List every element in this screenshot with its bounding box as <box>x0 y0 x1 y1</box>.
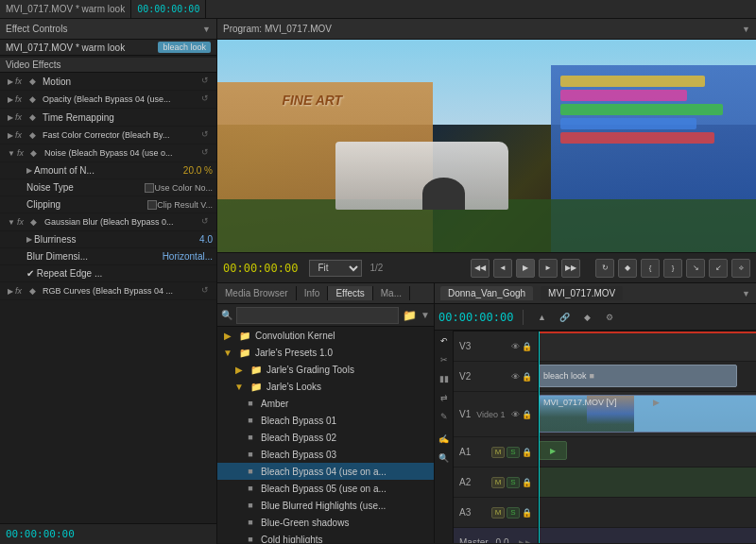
expand-icon[interactable]: ▼ <box>8 149 15 158</box>
effect-motion[interactable]: ▶ fx ◆ Motion ↺ <box>0 73 216 91</box>
video-clip-v1[interactable]: MVI_0717.MOV [V] ▶ <box>539 395 756 433</box>
razor-tool[interactable]: ✂ <box>436 351 453 368</box>
v3-lock[interactable]: 🔒 <box>522 342 532 351</box>
marker-btn2[interactable]: ◆ <box>578 309 595 326</box>
preset-bleach03[interactable]: ■ Bleach Bypass 03 <box>217 446 434 463</box>
step-back-btn[interactable]: ◄ <box>493 259 512 278</box>
a2-lock[interactable]: 🔒 <box>522 478 532 487</box>
link-btn[interactable]: 🔗 <box>556 309 573 326</box>
zoom-tool[interactable]: 🔍 <box>436 450 453 467</box>
hand-tool[interactable]: ✍ <box>436 431 453 448</box>
timeline-menu[interactable]: ▼ <box>742 289 750 298</box>
expand-icon[interactable]: ▶ <box>8 287 13 296</box>
preset-bleach02[interactable]: ■ Bleach Bypass 02 <box>217 429 434 446</box>
new-folder-icon[interactable]: 📁 <box>403 309 417 322</box>
reset-icon[interactable]: ↺ <box>201 285 213 297</box>
preset-cold-highlights[interactable]: ■ Cold highlights <box>217 531 434 543</box>
tab-effects[interactable]: Effects <box>328 286 372 300</box>
checkbox-clip[interactable] <box>147 200 157 210</box>
a1-lock[interactable]: 🔒 <box>522 448 532 457</box>
export-btn[interactable]: ⎆ <box>731 259 750 278</box>
a3-solo[interactable]: S <box>507 507 520 518</box>
monitor-menu[interactable]: ▼ <box>742 25 750 34</box>
folder-jarles-looks[interactable]: ▼ 📁 Jarle's Looks <box>217 378 434 395</box>
tab-markers[interactable]: Ma... <box>373 286 410 300</box>
bleach-look-clip[interactable]: bleach look ■ <box>539 365 737 387</box>
effect-noise[interactable]: ▼ fx ◆ Noise (Bleach Bypass 04 (use o...… <box>0 144 216 162</box>
checkbox-use-color[interactable] <box>145 183 154 193</box>
expand-icon[interactable]: ▼ <box>232 380 246 393</box>
expand-icon[interactable]: ▶ <box>8 95 13 104</box>
expand-icon[interactable]: ▶ <box>8 131 13 140</box>
clip-tab[interactable]: MVI_0717.MOV <box>541 286 623 300</box>
effect-fast-color[interactable]: ▶ fx ◆ Fast Color Corrector (Bleach By..… <box>0 127 216 144</box>
apply-button[interactable]: bleach look <box>158 42 211 53</box>
settings-btn[interactable]: ⚙ <box>601 309 618 326</box>
expand-icon[interactable]: ▶ <box>26 166 32 175</box>
effect-opacity[interactable]: ▶ fx ◆ Opacity (Bleach Bypass 04 (use...… <box>0 91 216 109</box>
timeline-playhead[interactable] <box>539 332 540 543</box>
effect-gaussian[interactable]: ▼ fx ◆ Gaussian Blur (Bleach Bypass 0...… <box>0 213 216 231</box>
folder-jarles-presets[interactable]: ▼ 📁 Jarle's Presets 1.0 <box>217 344 434 361</box>
preset-bleach05[interactable]: ■ Bleach Bypass 05 (use on a... <box>217 480 434 497</box>
marker-btn[interactable]: ◆ <box>618 259 637 278</box>
reset-icon[interactable]: ↺ <box>201 216 213 228</box>
tab-info[interactable]: Info <box>297 286 329 300</box>
slip-tool[interactable]: ⇄ <box>436 389 453 406</box>
pen-tool[interactable]: ✎ <box>436 408 453 425</box>
a3-mute[interactable]: M <box>491 507 505 518</box>
folder-grading-tools[interactable]: ▶ 📁 Jarle's Grading Tools <box>217 361 434 378</box>
effect-time-remapping[interactable]: ▶ fx ◆ Time Remapping <box>0 109 216 127</box>
preset-blue-green[interactable]: ■ Blue-Green shadows <box>217 514 434 531</box>
ripple-tool[interactable]: ▮▮ <box>436 370 453 387</box>
overwrite-btn[interactable]: ↙ <box>709 259 728 278</box>
a1-solo[interactable]: S <box>507 447 520 458</box>
preset-bleach04[interactable]: ■ Bleach Bypass 04 (use on a... <box>217 463 434 480</box>
effects-menu-icon[interactable]: ▼ <box>421 310 430 320</box>
param-value[interactable]: Horizontal... <box>163 251 213 262</box>
expand-icon[interactable]: ▶ <box>26 235 32 244</box>
reset-icon[interactable]: ↺ <box>201 129 213 141</box>
v1-eye[interactable]: 👁 <box>511 410 520 419</box>
fit-select[interactable]: Fit 25% 50% 100% <box>309 260 362 277</box>
go-to-out-btn[interactable]: ▶▶ <box>561 259 580 278</box>
effect-rgb-curves[interactable]: ▶ fx ◆ RGB Curves (Bleach Bypass 04 ... … <box>0 282 216 300</box>
effects-search-input[interactable] <box>236 307 399 324</box>
effect-name: Gaussian Blur (Bleach Bypass 0... <box>44 217 199 227</box>
loop-btn[interactable]: ↻ <box>595 259 614 278</box>
expand-icon[interactable]: ▶ <box>232 363 246 376</box>
insert-btn[interactable]: ↘ <box>686 259 705 278</box>
step-forward-btn[interactable]: ► <box>539 259 558 278</box>
go-to-in-btn[interactable]: ◀◀ <box>471 259 490 278</box>
preset-bleach01[interactable]: ■ Bleach Bypass 01 <box>217 412 434 429</box>
reset-icon[interactable]: ↺ <box>201 94 213 105</box>
v1-lock[interactable]: 🔒 <box>522 410 532 419</box>
folder-convolution[interactable]: ▶ 📁 Convolution Kernel <box>217 327 434 344</box>
expand-icon[interactable]: ▶ <box>8 77 13 86</box>
sequence-tab[interactable]: Donna_Van_Gogh <box>440 286 533 300</box>
selection-tool[interactable]: ↶ <box>436 332 453 349</box>
tab-media-browser[interactable]: Media Browser <box>217 286 297 300</box>
a2-mute[interactable]: M <box>491 477 505 488</box>
snap-btn[interactable]: ▲ <box>533 309 550 326</box>
a2-solo[interactable]: S <box>507 477 520 488</box>
out-point-btn[interactable]: } <box>663 259 682 278</box>
in-point-btn[interactable]: { <box>641 259 660 278</box>
expand-icon[interactable]: ▼ <box>8 218 15 227</box>
v2-lock[interactable]: 🔒 <box>522 372 532 382</box>
v2-eye[interactable]: 👁 <box>511 372 520 382</box>
play-stop-btn[interactable]: ▶ <box>516 259 535 278</box>
param-value[interactable]: 4.0 <box>199 234 213 245</box>
v3-eye[interactable]: 👁 <box>511 342 520 351</box>
a3-lock[interactable]: 🔒 <box>522 508 532 518</box>
a1-mute[interactable]: M <box>491 447 505 458</box>
a1-clip[interactable]: ▶ <box>539 441 567 460</box>
panel-menu-icon[interactable]: ▼ <box>202 25 211 34</box>
reset-icon[interactable]: ↺ <box>201 147 213 159</box>
expand-icon[interactable]: ▶ <box>8 113 13 122</box>
param-value[interactable]: 20.0 % <box>183 165 213 176</box>
reset-icon[interactable]: ↺ <box>201 76 213 87</box>
preset-blue-highlights[interactable]: ■ Blue Blurred Highlights (use... <box>217 497 434 514</box>
expand-icon[interactable]: ▼ <box>221 346 234 359</box>
preset-amber[interactable]: ■ Amber <box>217 395 434 412</box>
